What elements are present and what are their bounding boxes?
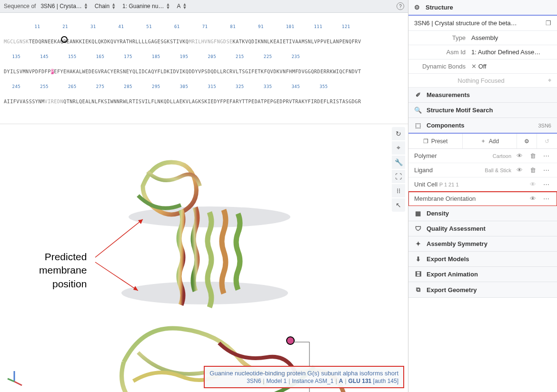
focus-target-icon[interactable]: ⌖ <box>548 77 551 84</box>
selection-info-line2: 3SN6|Model 1|Instance ASM_1|A|GLU 131 [a… <box>209 378 398 384</box>
component-polymer[interactable]: Polymer Cartoon 👁 🗑 ⋯ <box>408 149 557 163</box>
ruler-icon: ✐ <box>414 91 422 98</box>
main-viewport: Sequence of 3SN6 | Crysta…▲▼ Chain▲▼ 1: … <box>0 0 408 392</box>
structure-dropdown[interactable]: 3SN6 | Crysta…▲▼ <box>39 2 90 10</box>
sequence-of-label: Sequence of <box>4 3 36 10</box>
delete-icon[interactable]: 🗑 <box>527 167 538 174</box>
puzzle-icon: ✦ <box>414 240 422 247</box>
visibility-off-icon[interactable]: 👁 <box>527 181 538 188</box>
dynamic-bonds-row[interactable]: Dynamic BondsOff <box>408 59 557 74</box>
canvas-tools: ↻ ⌖ 🔧 ⛶ ⁞⁞ ↖ <box>392 127 405 212</box>
plus-icon: ＋ <box>480 137 486 145</box>
shield-icon: 🛡 <box>414 225 422 232</box>
sequence-bar: Sequence of 3SN6 | Crysta…▲▼ Chain▲▼ 1: … <box>0 0 408 13</box>
bookmark-icon[interactable]: ❐ <box>546 20 551 27</box>
more-icon[interactable]: ⋯ <box>541 152 551 159</box>
more-icon[interactable]: ⋯ <box>541 181 551 188</box>
quality-section[interactable]: 🛡Quality Assessment <box>408 221 557 236</box>
bookmark-icon: ❐ <box>423 138 428 145</box>
type-row: TypeAssembly <box>408 31 557 45</box>
component-membrane[interactable]: Membrane Orientation 👁 ⋯ <box>408 192 557 206</box>
export-animation-section[interactable]: 🎞Export Animation <box>408 267 557 282</box>
geometry-icon: ⧉ <box>414 286 422 294</box>
sidebar: ⚙ Structure 3SN6 | Crystal structure of … <box>408 0 557 392</box>
membrane-annotation-label: Predicted membrane position <box>39 250 87 291</box>
selection-info-line1: Guanine nucleotide-binding protein G(s) … <box>209 370 398 377</box>
visibility-icon[interactable]: 👁 <box>514 152 525 159</box>
canvas-settings-button[interactable]: 🔧 <box>392 156 405 169</box>
reset-view-button[interactable]: ↻ <box>392 127 405 140</box>
svg-line-6 <box>8 379 14 382</box>
download-icon: ⬇ <box>414 255 422 263</box>
grid-icon: ▦ <box>414 210 422 217</box>
component-ligand[interactable]: Ligand Ball & Stick 👁 🗑 ⋯ <box>408 163 557 177</box>
controls-button[interactable]: ⁞⁞ <box>392 184 405 197</box>
seq-row-3[interactable]: AIIFVVASSSYNMVIREDNQTNRLQEALNLFKSIWNNRWL… <box>4 99 404 105</box>
seq-ruler-2: 135 145 155 165 175 185 195 205 215 225 … <box>4 55 404 59</box>
3d-canvas[interactable]: Predicted membrane position ↻ ⌖ 🔧 ⛶ ⁞⁞ ↖… <box>0 124 408 392</box>
asmid-row: Asm Id1: Author Defined Asse… <box>408 45 557 59</box>
gear-icon: ⚙ <box>414 4 422 11</box>
chain-dropdown[interactable]: Chain▲▼ <box>93 2 118 10</box>
svg-line-2 <box>95 262 138 291</box>
component-unitcell[interactable]: Unit Cell P 1 21 1 👁 ⋯ <box>408 177 557 192</box>
export-models-section[interactable]: ⬇Export Models <box>408 252 557 267</box>
history-icon: ↺ <box>545 138 549 145</box>
visibility-icon[interactable]: 👁 <box>514 167 525 174</box>
help-icon[interactable]: ? <box>397 2 404 10</box>
seq-row-1[interactable]: MGCLGNSKTEDQRNEEKAQREANKKIEKQLQKDKQVYRAT… <box>4 39 404 45</box>
seq-ruler-3: 245 255 265 275 285 295 305 315 325 335 … <box>4 85 404 89</box>
density-section[interactable]: ▦Density <box>408 206 557 221</box>
motif-search-section[interactable]: 🔍Structure Motif Search <box>408 103 557 118</box>
add-component-button[interactable]: ＋Add <box>463 134 517 148</box>
visibility-icon[interactable]: 👁 <box>527 195 538 202</box>
sliders-icon: ⚙ <box>524 138 529 145</box>
cube-icon: ⬚ <box>414 122 422 129</box>
structure-title-row[interactable]: 3SN6 | Crystal structure of the beta… ❐ <box>408 16 557 31</box>
component-options-button[interactable]: ⚙ <box>517 134 537 148</box>
entity-dropdown[interactable]: 1: Guanine nu…▲▼ <box>120 2 172 10</box>
selection-info-box: Guanine nucleotide-binding protein G(s) … <box>204 366 404 388</box>
screenshot-button[interactable]: ⌖ <box>392 141 405 155</box>
components-toolbar: ❐Preset ＋Add ⚙ ↺ <box>408 134 557 149</box>
search-icon: 🔍 <box>414 107 422 114</box>
svg-line-0 <box>95 219 143 257</box>
fullscreen-button[interactable]: ⛶ <box>392 170 405 183</box>
components-section[interactable]: ⬚Components 3SN6 <box>408 118 557 134</box>
axis-gizmo[interactable] <box>5 368 24 387</box>
component-history-button[interactable]: ↺ <box>537 134 557 148</box>
seq-row-2[interactable]: DYILSVMNVPDFDFPPEFYEHAKALWEDEGVRACYERSNE… <box>4 69 404 75</box>
film-icon: 🎞 <box>414 271 422 278</box>
more-icon[interactable]: ⋯ <box>541 195 551 202</box>
focus-row[interactable]: Nothing Focused ⌖ <box>408 74 557 88</box>
components-tag: 3SN6 <box>538 123 551 128</box>
more-icon[interactable]: ⋯ <box>541 167 551 174</box>
seq-ruler-1: 11 21 31 41 51 61 71 81 91 101 111 121 <box>4 25 404 29</box>
svg-line-5 <box>14 382 22 385</box>
measurements-section[interactable]: ✐Measurements <box>408 88 557 103</box>
membrane-plane-bottom <box>121 282 288 304</box>
delete-icon[interactable]: 🗑 <box>527 152 538 159</box>
symmetry-section[interactable]: ✦Assembly Symmetry <box>408 236 557 252</box>
structure-panel-header[interactable]: ⚙ Structure <box>408 0 557 16</box>
preset-button[interactable]: ❐Preset <box>408 134 463 148</box>
export-geometry-section[interactable]: ⧉Export Geometry <box>408 282 557 298</box>
selected-residue-marker <box>287 337 294 344</box>
sequence-viewer[interactable]: 11 21 31 41 51 61 71 81 91 101 111 121 M… <box>0 13 408 124</box>
membrane-annotation-arrows <box>95 219 143 291</box>
selection-mode-button[interactable]: ↖ <box>392 198 405 212</box>
asym-dropdown[interactable]: A▲▼ <box>175 2 189 10</box>
